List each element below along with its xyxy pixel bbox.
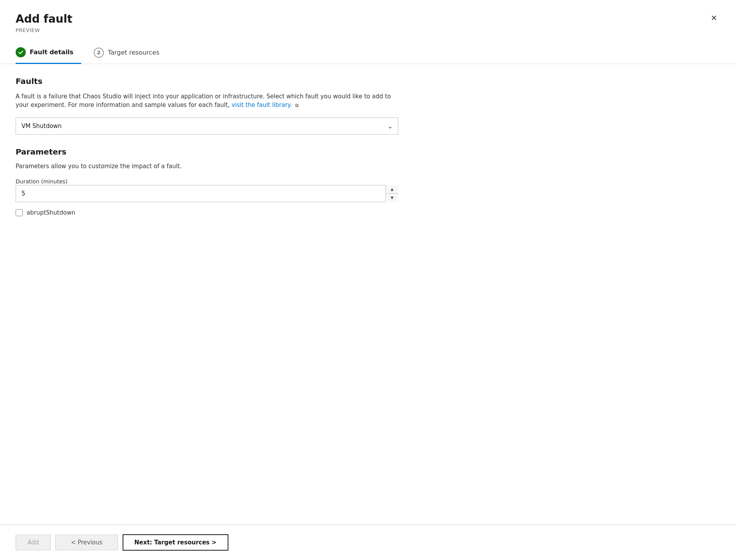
checkmark-icon [18, 50, 23, 55]
spin-up-button[interactable]: ▲ [386, 185, 398, 194]
dialog-body: Faults A fault is a failure that Chaos S… [0, 64, 736, 524]
abrupt-shutdown-row: abruptShutdown [16, 209, 720, 216]
faults-section-title: Faults [16, 76, 720, 86]
duration-input-wrapper: ▲ ▼ [16, 185, 398, 202]
faults-section-description: A fault is a failure that Chaos Studio w… [16, 92, 398, 110]
next-button[interactable]: Next: Target resources > [123, 534, 228, 551]
tab-fault-details[interactable]: Fault details [16, 43, 81, 64]
fault-select[interactable]: VM Shutdown CPU Pressure Memory Pressure… [16, 117, 398, 135]
tabs-section: Fault details 2 Target resources [0, 33, 736, 64]
abrupt-shutdown-checkbox[interactable] [16, 209, 23, 216]
dialog-subtitle: PREVIEW [16, 27, 73, 33]
faults-section: Faults A fault is a failure that Chaos S… [16, 76, 720, 135]
spin-buttons: ▲ ▼ [385, 185, 398, 202]
external-link-icon: ⧉ [295, 102, 299, 109]
tab-target-resources-label: Target resources [108, 49, 159, 56]
dialog-title: Add fault [16, 12, 73, 26]
parameters-section: Parameters Parameters allow you to custo… [16, 147, 720, 216]
description-text-before: A fault is a failure that Chaos Studio w… [16, 93, 391, 109]
spin-down-button[interactable]: ▼ [386, 194, 398, 202]
tabs-container: Fault details 2 Target resources [16, 43, 720, 64]
dialog-footer: Add < Previous Next: Target resources > [0, 524, 736, 560]
abrupt-shutdown-label: abruptShutdown [27, 209, 75, 216]
tab-target-resources-indicator: 2 [94, 48, 104, 58]
tab-fault-details-label: Fault details [30, 48, 73, 56]
add-button[interactable]: Add [16, 535, 51, 550]
duration-label: Duration (minutes) [16, 178, 68, 185]
dialog-header: Add fault PREVIEW ✕ [0, 0, 736, 33]
fault-select-wrapper: VM Shutdown CPU Pressure Memory Pressure… [16, 117, 398, 135]
dialog-title-block: Add fault PREVIEW [16, 12, 73, 33]
tab-fault-details-indicator [16, 47, 26, 57]
params-description: Parameters allow you to customize the im… [16, 163, 720, 170]
duration-input[interactable] [16, 185, 398, 202]
close-button[interactable]: ✕ [707, 12, 720, 23]
tab-target-resources[interactable]: 2 Target resources [94, 43, 167, 64]
duration-field-group: Duration (minutes) ▲ ▼ [16, 178, 720, 202]
add-fault-dialog: Add fault PREVIEW ✕ Fault details 2 Targ… [0, 0, 736, 560]
previous-button[interactable]: < Previous [55, 535, 118, 550]
fault-library-link[interactable]: visit the fault library. [232, 101, 292, 108]
parameters-section-title: Parameters [16, 147, 720, 156]
